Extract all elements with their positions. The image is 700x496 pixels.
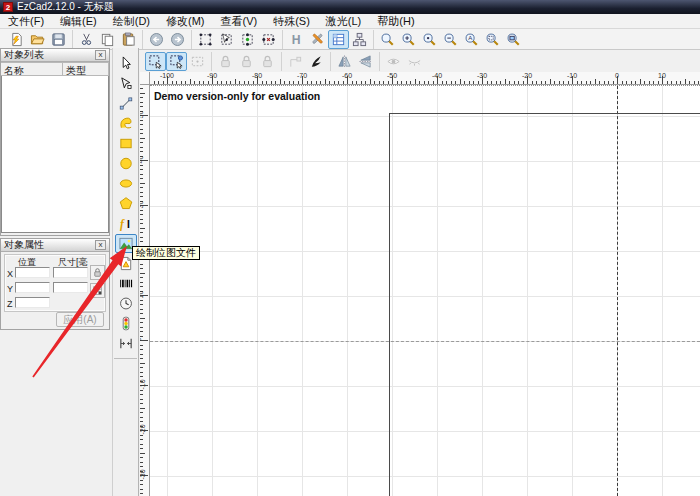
lock-all-button[interactable] — [257, 52, 278, 71]
zoom-center-button[interactable] — [419, 30, 440, 49]
toolbar-group — [282, 52, 331, 71]
object-properties-close-button[interactable]: x — [95, 240, 106, 250]
paste-button[interactable] — [118, 30, 139, 49]
props-grid-button[interactable] — [90, 283, 105, 298]
pick-object-add-button[interactable] — [166, 52, 187, 71]
preview-hide-button[interactable] — [404, 52, 425, 71]
pick-box-button[interactable] — [187, 52, 208, 71]
props-lock-button[interactable] — [90, 265, 105, 280]
dashed-box-icon — [190, 54, 205, 69]
menu-item-3[interactable]: 修改(M) — [158, 14, 213, 28]
hatch-button[interactable]: H — [286, 30, 307, 49]
menu-item-4[interactable]: 查看(V) — [213, 14, 266, 28]
menu-item-5[interactable]: 特殊(S) — [265, 14, 318, 28]
menu-item-1[interactable]: 编辑(E) — [52, 14, 105, 28]
ellipse-tool-button[interactable] — [115, 174, 137, 193]
fill-tool-button[interactable] — [306, 52, 327, 71]
ezcad-window: 2 EzCad2.12.0 - 无标题 文件(F)编辑(E)绘制(D)修改(M)… — [0, 0, 700, 496]
drawing-canvas[interactable]: Demo version-only for evaluation — [150, 85, 700, 496]
output-control-tool-button[interactable] — [115, 314, 137, 333]
zoom-page-button[interactable] — [503, 30, 524, 49]
svg-text:I: I — [126, 219, 129, 230]
zoom-out-button[interactable] — [440, 30, 461, 49]
grid-line — [662, 86, 663, 496]
y-position-field[interactable] — [15, 282, 50, 293]
save-icon — [51, 32, 66, 47]
node-cursor-icon — [118, 76, 134, 91]
object-list-body[interactable] — [1, 76, 109, 233]
object-properties-panel-title: 对象属性 x — [1, 239, 109, 252]
preview-show-button[interactable] — [383, 52, 404, 71]
lock-icon — [92, 264, 103, 282]
grid-line — [482, 86, 483, 496]
lock-y-button[interactable] — [236, 52, 257, 71]
barcode-tool-button[interactable] — [115, 274, 137, 293]
menu-bar: 文件(F)编辑(E)绘制(D)修改(M)查看(V)特殊(S)激光(L)帮助(H) — [0, 14, 700, 29]
line-tool-button[interactable] — [115, 94, 137, 113]
object-list-close-button[interactable]: x — [95, 50, 106, 60]
circle-tool-button[interactable] — [115, 154, 137, 173]
node-edit-delete-button[interactable] — [258, 30, 279, 49]
node-edit-tool-button[interactable] — [115, 74, 137, 93]
tools-icon — [310, 32, 325, 47]
zoom-selection-button[interactable] — [482, 30, 503, 49]
node-edit-move-button[interactable] — [216, 30, 237, 49]
menu-item-6[interactable]: 激光(L) — [318, 14, 369, 28]
parameter-table-button[interactable] — [328, 30, 349, 49]
save-file-button[interactable] — [48, 30, 69, 49]
z-position-field[interactable] — [15, 297, 50, 308]
input-output-tool-button[interactable] — [115, 334, 137, 353]
open-file-button[interactable] — [27, 30, 48, 49]
object-properties-body: 位置 尺寸[毫 X Y Z 应用(A) — [1, 252, 109, 329]
title-bar: 2 EzCad2.12.0 - 无标题 — [0, 0, 700, 14]
select-tool-button[interactable] — [115, 54, 137, 73]
redo-button[interactable] — [167, 30, 188, 49]
node-edit-add-button[interactable] — [237, 30, 258, 49]
lock-x-button[interactable] — [215, 52, 236, 71]
pick-object-button[interactable] — [145, 52, 166, 71]
undo-button[interactable] — [146, 30, 167, 49]
mirror-horizontal-button[interactable] — [334, 52, 355, 71]
zoom-window-button[interactable] — [377, 30, 398, 49]
menu-item-0[interactable]: 文件(F) — [0, 14, 52, 28]
draw-tool-strip: fI — [112, 48, 139, 496]
node-edit-select-button[interactable] — [195, 30, 216, 49]
app-icon: 2 — [3, 2, 13, 12]
text-tool-button[interactable]: fI — [115, 214, 137, 233]
new-file-button[interactable] — [6, 30, 27, 49]
object-list-panel: 对象列表 x 名称 类型 — [0, 48, 110, 236]
object-flow-button[interactable] — [349, 30, 370, 49]
axis-x-label: X — [7, 269, 15, 279]
rectangle-tool-button[interactable] — [115, 134, 137, 153]
grid-line — [167, 86, 168, 496]
column-type: 类型 — [63, 62, 109, 76]
copy-button[interactable] — [97, 30, 118, 49]
zoom-all-button[interactable]: A — [461, 30, 482, 49]
y-size-field[interactable] — [53, 282, 88, 293]
table-icon — [331, 32, 346, 47]
x-size-field[interactable] — [53, 267, 88, 278]
menu-item-7[interactable]: 帮助(H) — [369, 14, 422, 28]
mirror-vertical-button[interactable] — [355, 52, 376, 71]
curve-tool-button[interactable] — [115, 114, 137, 133]
undo-icon — [149, 32, 164, 47]
mirror-h-icon — [337, 54, 352, 69]
polygon-tool-button[interactable] — [115, 194, 137, 213]
mark-parameters-button[interactable] — [307, 30, 328, 49]
menu-item-2[interactable]: 绘制(D) — [105, 14, 158, 28]
toolbar-group — [143, 30, 192, 49]
lock-icon — [260, 54, 275, 69]
put-to-origin-button[interactable] — [285, 52, 306, 71]
timer-tool-button[interactable] — [115, 294, 137, 313]
apply-button[interactable]: 应用(A) — [56, 312, 104, 327]
cursor-icon — [118, 56, 134, 71]
cut-button[interactable] — [76, 30, 97, 49]
x-position-field[interactable] — [15, 267, 50, 278]
grid-line — [392, 86, 393, 496]
bitmap-tool-tooltip: 绘制位图文件 — [132, 246, 200, 260]
origin-axis-horizontal — [150, 341, 700, 342]
line-icon — [118, 96, 134, 111]
text-icon: fI — [118, 216, 134, 231]
zoom-in-button[interactable] — [398, 30, 419, 49]
work-area-left-edge — [389, 113, 390, 496]
